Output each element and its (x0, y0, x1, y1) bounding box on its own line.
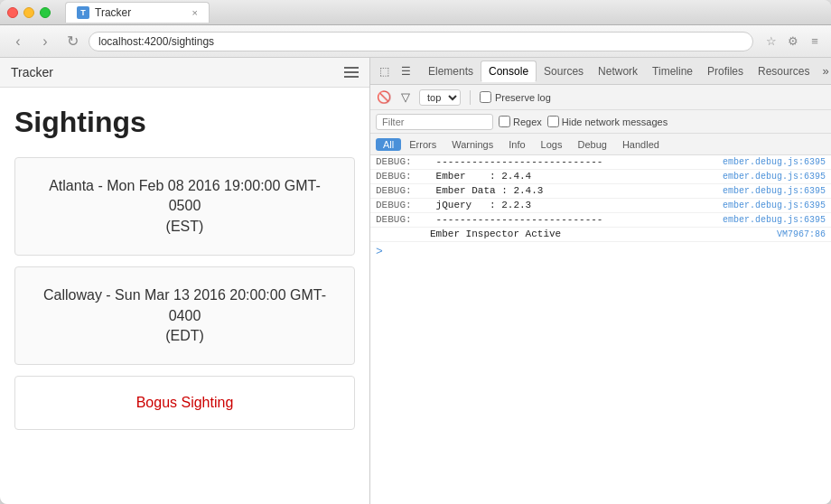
app-panel: Tracker Sightings Atlanta - Mon Feb 08 2… (0, 58, 370, 504)
console-filter-input[interactable] (376, 114, 493, 130)
level-tabs: All Errors Warnings Info Logs Debug Hand… (370, 134, 831, 155)
console-line-4: DEBUG: jQuery : 2.2.3 ember.debug.js:639… (370, 199, 831, 213)
nav-icons: ☆ ⚙ ≡ (762, 33, 824, 51)
console-prefix-3: DEBUG: (376, 185, 430, 196)
tab-resources[interactable]: Resources (751, 61, 817, 81)
console-prefix-1: DEBUG: (376, 156, 430, 167)
console-msg-3: Ember Data : 2.4.3 (430, 185, 723, 196)
more-tabs-button[interactable]: » (818, 62, 831, 79)
hamburger-menu[interactable] (344, 67, 359, 78)
devtools-toolbar: 🚫 ▽ top Preserve log (370, 85, 831, 110)
app-content: Sightings Atlanta - Mon Feb 08 2016 19:0… (0, 88, 369, 459)
bookmark-icon[interactable]: ☆ (762, 33, 780, 51)
preserve-log-label: Preserve log (480, 91, 551, 103)
console-source-1[interactable]: ember.debug.js:6395 (723, 157, 826, 167)
sighting-card-2[interactable]: Calloway - Sun Mar 13 2016 20:00:00 GMT-… (14, 266, 355, 365)
sighting-card-1[interactable]: Atlanta - Mon Feb 08 2016 19:00:00 GMT-0… (14, 157, 355, 256)
console-source-5[interactable]: ember.debug.js:6395 (723, 215, 826, 225)
page-heading: Sightings (14, 106, 355, 139)
tab-bar: T Tracker × (65, 2, 210, 23)
console-line-1: DEBUG: ---------------------------- embe… (370, 155, 831, 170)
console-source-4[interactable]: ember.debug.js:6395 (723, 201, 826, 210)
app-header: Tracker (0, 58, 369, 88)
level-tab-logs[interactable]: Logs (534, 138, 570, 151)
console-output: DEBUG: ---------------------------- embe… (370, 155, 831, 504)
context-selector[interactable]: top (419, 89, 461, 106)
console-line-6: Ember Inspector Active VM7967:86 (370, 228, 831, 242)
minimize-button[interactable] (23, 7, 34, 18)
devtools-toggle-icon[interactable]: ⚙ (784, 33, 802, 51)
console-msg-2: Ember : 2.4.4 (430, 171, 723, 182)
bogus-sighting-card[interactable]: Bogus Sighting (14, 376, 355, 430)
refresh-button[interactable]: ↻ (61, 31, 83, 52)
sighting-text-1: Atlanta - Mon Feb 08 2016 19:00:00 GMT-0… (49, 178, 321, 234)
level-tab-info[interactable]: Info (501, 138, 532, 151)
toolbar-divider (470, 90, 471, 105)
nav-bar: ‹ › ↻ ☆ ⚙ ≡ (0, 25, 831, 58)
console-prefix-2: DEBUG: (376, 171, 430, 182)
close-button[interactable] (7, 7, 18, 18)
tab-network[interactable]: Network (591, 61, 645, 81)
maximize-button[interactable] (40, 7, 51, 18)
console-line-5: DEBUG: ---------------------------- embe… (370, 213, 831, 228)
level-tab-errors[interactable]: Errors (402, 138, 444, 151)
hamburger-line-2 (344, 71, 359, 73)
tab-timeline[interactable]: Timeline (645, 61, 700, 81)
menu-icon[interactable]: ≡ (806, 33, 824, 51)
forward-button[interactable]: › (34, 31, 56, 52)
devtools-tabs: ⬚ ☰ Elements Console Sources Network Tim… (370, 58, 831, 85)
regex-option: Regex (499, 116, 542, 127)
tab-favicon: T (77, 6, 89, 19)
console-msg-4: jQuery : 2.2.3 (430, 200, 723, 210)
inspect-icon[interactable]: ⬚ (374, 61, 394, 81)
browser-window: T Tracker × ‹ › ↻ ☆ ⚙ ≡ Tracker (0, 0, 831, 504)
preserve-log-checkbox[interactable] (480, 91, 491, 103)
mobile-icon[interactable]: ☰ (396, 61, 416, 81)
console-source-3[interactable]: ember.debug.js:6395 (723, 186, 826, 196)
console-source-2[interactable]: ember.debug.js:6395 (723, 172, 826, 182)
hide-network-checkbox[interactable] (547, 116, 559, 127)
tab-elements[interactable]: Elements (421, 61, 481, 81)
content-area: Tracker Sightings Atlanta - Mon Feb 08 2… (0, 58, 831, 504)
sighting-text-2: Calloway - Sun Mar 13 2016 20:00:00 GMT-… (43, 287, 326, 343)
prompt-symbol: > (376, 245, 383, 258)
tab-close-button[interactable]: × (192, 7, 198, 18)
hamburger-line-3 (344, 76, 359, 78)
traffic-lights (7, 7, 51, 18)
console-prefix-5: DEBUG: (376, 214, 430, 225)
console-msg-6: Ember Inspector Active (430, 229, 777, 239)
console-msg-5: ---------------------------- (430, 214, 723, 225)
regex-checkbox[interactable] (499, 116, 510, 127)
console-msg-1: ---------------------------- (430, 156, 723, 167)
tab-console[interactable]: Console (481, 61, 537, 82)
back-button[interactable]: ‹ (7, 31, 29, 52)
tab-profiles[interactable]: Profiles (700, 61, 751, 81)
devtools-tab-icons: ⬚ ☰ (374, 61, 416, 81)
title-bar: T Tracker × (0, 0, 831, 25)
filter-bar: Regex Hide network messages (370, 110, 831, 134)
hide-network-option: Hide network messages (547, 116, 668, 127)
address-bar[interactable] (89, 32, 753, 51)
level-tab-debug[interactable]: Debug (570, 138, 613, 151)
devtools-panel: ⬚ ☰ Elements Console Sources Network Tim… (370, 58, 831, 504)
hamburger-line-1 (344, 67, 359, 69)
browser-tab[interactable]: T Tracker × (65, 2, 210, 23)
console-line-3: DEBUG: Ember Data : 2.4.3 ember.debug.js… (370, 184, 831, 199)
tab-sources[interactable]: Sources (537, 61, 591, 81)
console-line-2: DEBUG: Ember : 2.4.4 ember.debug.js:6395 (370, 170, 831, 184)
clear-console-icon[interactable]: 🚫 (376, 89, 392, 106)
level-tab-warnings[interactable]: Warnings (444, 138, 500, 151)
level-tab-handled[interactable]: Handled (615, 138, 667, 151)
app-title: Tracker (11, 65, 53, 79)
bogus-sighting-text: Bogus Sighting (136, 395, 234, 410)
console-prefix-4: DEBUG: (376, 200, 430, 210)
level-tab-all[interactable]: All (376, 138, 401, 151)
console-prompt[interactable]: > (370, 242, 831, 261)
filter-icon[interactable]: ▽ (397, 89, 414, 106)
console-source-6[interactable]: VM7967:86 (777, 229, 826, 239)
tab-title: Tracker (95, 6, 131, 19)
